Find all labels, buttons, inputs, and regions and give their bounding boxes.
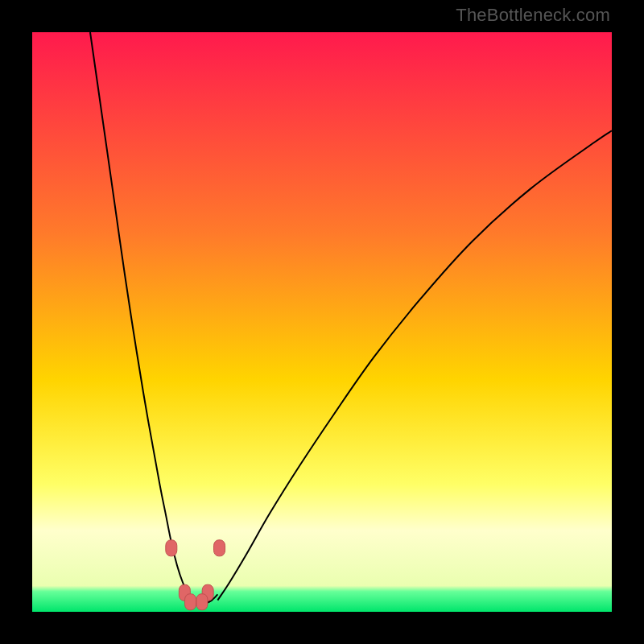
curve-right — [217, 130, 612, 600]
valley-marker — [196, 594, 208, 610]
curve-left — [90, 32, 195, 601]
valley-marker — [185, 594, 196, 610]
curve-layer — [32, 32, 612, 612]
plot-area — [32, 32, 612, 612]
watermark-text: TheBottleneck.com — [456, 5, 610, 26]
valley-marker — [214, 540, 225, 556]
valley-marker — [166, 540, 177, 556]
chart-frame: TheBottleneck.com — [0, 0, 644, 644]
marker-group — [166, 540, 225, 610]
